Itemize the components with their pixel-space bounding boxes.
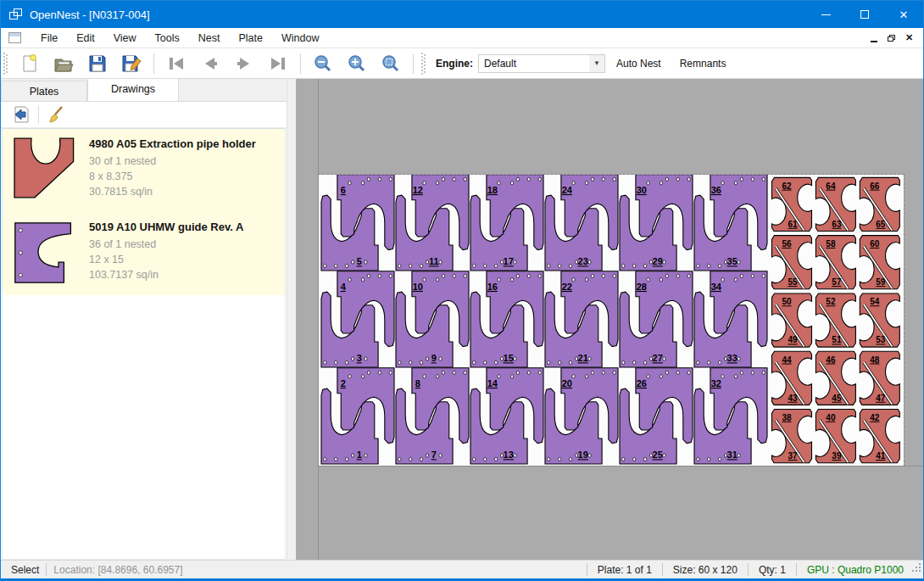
svg-text:37: 37	[788, 451, 798, 461]
svg-text:11: 11	[429, 256, 439, 266]
document-icon[interactable]	[8, 32, 21, 43]
svg-text:9: 9	[431, 353, 437, 363]
svg-text:40: 40	[826, 413, 836, 422]
drawing-nested: 30 of 1 nested	[89, 154, 256, 170]
svg-text:13: 13	[504, 450, 514, 460]
svg-text:7: 7	[431, 450, 437, 460]
open-folder-icon	[53, 54, 74, 73]
svg-text:60: 60	[870, 239, 880, 249]
drawing-title: 4980 A05 Extraction pipe holder	[89, 137, 256, 150]
svg-text:25: 25	[653, 450, 663, 460]
auto-nest-button[interactable]: Auto Nest	[609, 53, 669, 74]
tab-plates[interactable]: Plates	[1, 81, 87, 101]
window-title: OpenNest - [N0317-004]	[30, 8, 150, 21]
menu-file[interactable]: File	[31, 30, 67, 47]
menu-view[interactable]: View	[104, 30, 146, 47]
chevron-down-icon[interactable]: ▼	[589, 55, 604, 72]
panel-splitter[interactable]	[287, 79, 296, 560]
svg-text:20: 20	[562, 378, 572, 388]
zoom-in-icon	[348, 54, 366, 73]
drawing-thumbnail-purple	[11, 218, 79, 288]
svg-text:2: 2	[341, 378, 346, 388]
drawing-item[interactable]: 5019 A10 UHMW guide Rev. A 36 of 1 neste…	[3, 212, 285, 295]
save-icon	[88, 54, 107, 73]
svg-text:56: 56	[782, 239, 792, 249]
zoom-out-button[interactable]	[310, 52, 336, 75]
drawing-size: 8 x 8.375	[89, 170, 256, 185]
svg-text:17: 17	[504, 256, 514, 266]
toolbar-grip[interactable]	[3, 53, 8, 75]
remnants-button[interactable]: Remnants	[672, 53, 734, 74]
svg-text:44: 44	[782, 355, 792, 365]
app-icon	[9, 8, 23, 20]
import-drawing-button[interactable]	[9, 103, 33, 126]
save-as-button[interactable]	[119, 52, 144, 75]
nav-last-button[interactable]	[265, 52, 291, 75]
zoom-fit-button[interactable]	[378, 52, 404, 75]
menu-nest[interactable]: Nest	[189, 30, 230, 47]
maximize-button[interactable]	[845, 1, 884, 28]
drawing-list: 4980 A05 Extraction pipe holder 30 of 1 …	[2, 128, 286, 560]
svg-text:4: 4	[341, 282, 347, 292]
new-file-button[interactable]	[17, 52, 42, 75]
drawing-title: 5019 A10 UHMW guide Rev. A	[89, 221, 243, 233]
svg-text:64: 64	[826, 182, 836, 191]
sheet-guide-horizontal	[318, 466, 923, 466]
svg-text:52: 52	[826, 297, 836, 306]
mdi-restore-icon	[888, 35, 895, 42]
svg-text:19: 19	[578, 450, 588, 460]
svg-text:36: 36	[711, 185, 721, 195]
drawing-nested: 36 of 1 nested	[89, 237, 243, 253]
svg-text:57: 57	[832, 277, 842, 287]
app-window: OpenNest - [N0317-004] ✕ FileEditViewToo…	[0, 0, 924, 581]
svg-text:62: 62	[782, 182, 792, 191]
drawing-item[interactable]: 4980 A05 Extraction pipe holder 30 of 1 …	[3, 129, 285, 212]
nav-previous-button[interactable]	[198, 52, 223, 75]
minimize-icon	[821, 14, 831, 15]
nav-next-icon	[235, 56, 253, 71]
status-qty: Qty: 1	[755, 564, 789, 576]
plate[interactable]: 6512111817242330293635431091615222128273…	[319, 175, 904, 466]
svg-text:31: 31	[727, 450, 738, 460]
svg-text:39: 39	[832, 451, 842, 461]
mdi-close-button[interactable]: ✕	[900, 31, 918, 46]
svg-text:42: 42	[870, 413, 880, 422]
open-file-button[interactable]	[51, 52, 76, 75]
svg-text:27: 27	[653, 353, 663, 363]
svg-text:43: 43	[788, 394, 798, 403]
svg-text:23: 23	[578, 256, 588, 266]
svg-text:12: 12	[413, 185, 423, 195]
clean-button[interactable]	[44, 103, 68, 126]
mdi-minimize-button[interactable]	[865, 31, 882, 46]
svg-text:63: 63	[832, 220, 842, 229]
menu-edit[interactable]: Edit	[67, 30, 104, 47]
svg-text:1: 1	[357, 450, 362, 460]
nest-canvas[interactable]: 6512111817242330293635431091615222128273…	[296, 79, 923, 560]
tab-drawings[interactable]: Drawings	[87, 78, 179, 101]
svg-text:8: 8	[415, 378, 420, 388]
nav-next-button[interactable]	[231, 52, 257, 75]
svg-text:53: 53	[876, 335, 886, 344]
svg-text:22: 22	[562, 282, 572, 292]
drawing-area: 103.7137 sq/in	[89, 268, 243, 283]
nav-first-button[interactable]	[164, 52, 189, 75]
engine-select[interactable]: Default ▼	[478, 54, 605, 73]
menu-window[interactable]: Window	[272, 30, 328, 47]
close-button[interactable]: ✕	[884, 1, 923, 28]
svg-text:6: 6	[341, 185, 346, 195]
new-file-icon	[20, 54, 39, 73]
nav-last-icon	[269, 56, 287, 71]
save-button[interactable]	[85, 52, 110, 75]
zoom-in-button[interactable]	[344, 52, 370, 75]
svg-text:33: 33	[727, 353, 738, 363]
svg-text:10: 10	[413, 282, 423, 292]
svg-text:38: 38	[782, 413, 792, 422]
resize-grip[interactable]	[912, 568, 921, 577]
mdi-restore-button[interactable]	[882, 31, 900, 46]
zoom-fit-icon	[381, 54, 400, 73]
menu-plate[interactable]: Plate	[229, 30, 272, 47]
svg-text:15: 15	[504, 353, 514, 363]
menu-tools[interactable]: Tools	[146, 30, 189, 47]
toolbar-grip-2[interactable]	[421, 53, 426, 75]
minimize-button[interactable]	[806, 1, 845, 28]
